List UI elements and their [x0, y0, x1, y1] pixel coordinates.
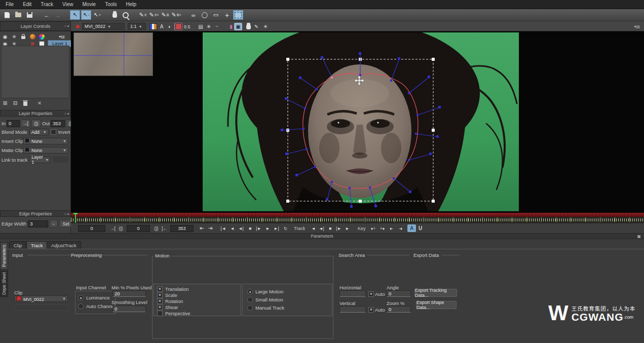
shear-checkbox[interactable]: ×: [157, 304, 163, 310]
side-tab-dope-sheet[interactable]: Dope Sheet: [0, 271, 8, 297]
undo-button[interactable]: ←: [42, 10, 52, 20]
resize-icon[interactable]: ✕: [35, 99, 44, 106]
loop-button[interactable]: ↻: [281, 224, 290, 232]
zoom-tool-button[interactable]: [121, 10, 131, 20]
alpha-channel-button[interactable]: A: [158, 23, 166, 30]
translation-row[interactable]: × Translation: [157, 286, 189, 292]
large-motion-radio[interactable]: ●: [247, 289, 253, 294]
panel-expand-icon[interactable]: ▣: [637, 234, 641, 239]
matte-clip-dropdown[interactable]: None▼: [23, 147, 68, 154]
close-icon[interactable]: ×: [67, 24, 69, 28]
blend-mode-dropdown[interactable]: Add▼: [29, 129, 49, 135]
tab-clip[interactable]: Clip: [9, 241, 26, 249]
vertical-field[interactable]: [339, 306, 366, 313]
add-shape-tool-button[interactable]: +: [222, 10, 232, 20]
side-tab-parameters[interactable]: Parameters: [0, 242, 8, 270]
trace-button[interactable]: [244, 23, 252, 30]
menu-track[interactable]: Track: [36, 2, 58, 7]
create-bspline-tool-button[interactable]: ✎B: [160, 10, 170, 20]
scale-row[interactable]: × Scale: [157, 292, 177, 298]
panel-menu-icon[interactable]: ▾▤: [634, 24, 640, 29]
track-one-back-button[interactable]: ◄|: [317, 224, 326, 232]
select-tool-button[interactable]: ↖: [70, 10, 80, 20]
zoom-percent-field[interactable]: 0: [387, 306, 411, 313]
auto-channel-radio-row[interactable]: Auto Channel: [78, 303, 116, 309]
clip-selector[interactable]: MVI_0022 ▼: [82, 23, 125, 30]
manual-track-row[interactable]: Manual Track: [247, 305, 284, 311]
play-backward-button[interactable]: ◄: [228, 224, 237, 232]
overlay-color-button[interactable]: [174, 23, 182, 30]
pin-icon[interactable]: ▫: [64, 212, 66, 216]
stop-button[interactable]: ■: [246, 224, 254, 232]
small-motion-row[interactable]: Small Motion: [247, 297, 283, 302]
zoom-timeline-out-button[interactable]: ⇥: [206, 224, 214, 232]
edge-width-field[interactable]: 3: [28, 220, 48, 227]
zoom-ratio-selector[interactable]: 1:1 ▼: [128, 23, 146, 30]
rotation-row[interactable]: × Rotation: [157, 298, 183, 304]
scale-checkbox[interactable]: ×: [157, 292, 163, 298]
view-layout-button[interactable]: ▤: [197, 23, 205, 30]
small-motion-radio[interactable]: [247, 297, 253, 302]
horizontal-auto-checkbox[interactable]: ×: [368, 291, 374, 297]
annotate-button[interactable]: ✎: [252, 23, 260, 30]
goto-start-button[interactable]: |◄: [219, 224, 228, 232]
step-forward-button[interactable]: |►: [254, 224, 263, 232]
select-both-tool-button[interactable]: ↖▫: [81, 10, 91, 20]
current-frame-field[interactable]: 0: [78, 225, 105, 232]
menu-help[interactable]: Help: [122, 2, 141, 7]
remove-key-button[interactable]: ♦-: [387, 224, 396, 232]
close-icon[interactable]: ×: [67, 212, 69, 216]
open-project-button[interactable]: [13, 10, 23, 20]
parameters-strip[interactable]: Parameters ▣: [0, 233, 644, 239]
add-key-before-button[interactable]: +♦: [378, 224, 387, 232]
trash-icon[interactable]: [21, 99, 29, 106]
pin-icon[interactable]: ▫: [64, 111, 66, 116]
add-xspline-tool-button[interactable]: ✎X+: [149, 10, 159, 20]
track-backwards-button[interactable]: ◄: [309, 224, 318, 232]
rectangle-tool-button[interactable]: ▭: [211, 10, 221, 20]
menu-tools[interactable]: Tools: [100, 2, 121, 7]
goto-in-button[interactable]: (|): [31, 120, 41, 127]
add-key-button[interactable]: ♦+: [369, 224, 377, 232]
track-one-forward-button[interactable]: |►: [334, 224, 343, 232]
menu-file[interactable]: File: [1, 2, 18, 7]
layer-list-area[interactable]: [1, 46, 69, 98]
tab-adjusttrack[interactable]: AdjustTrack: [47, 241, 81, 249]
ellipse-tool-button[interactable]: ◯: [200, 10, 210, 20]
color-blob-icon[interactable]: [28, 33, 36, 40]
zoom-window-button[interactable]: ▣: [234, 23, 242, 30]
in-frame-field[interactable]: 0: [7, 120, 20, 127]
out-point-field[interactable]: 353: [170, 225, 194, 232]
min-pixels-field[interactable]: 20: [112, 290, 146, 297]
new-layer-icon[interactable]: ⊞: [1, 99, 9, 106]
create-xspline-tool-button[interactable]: ✎X: [138, 10, 148, 20]
tab-track[interactable]: Track: [26, 241, 47, 249]
goto-out-point-button[interactable]: (|): [152, 224, 161, 232]
add-bspline-tool-button[interactable]: ✎B+: [171, 10, 181, 20]
track-stop-button[interactable]: ■: [326, 224, 334, 232]
menu-movie[interactable]: Movie: [78, 2, 101, 7]
export-tracking-data-button[interactable]: Export Tracking Data...: [414, 289, 457, 297]
smoothing-level-field[interactable]: 0: [112, 306, 146, 312]
perspective-row[interactable]: Perspective: [157, 311, 191, 316]
translation-checkbox[interactable]: ×: [157, 286, 163, 292]
save-project-button[interactable]: [24, 10, 34, 20]
zoom-timeline-in-button[interactable]: ⇤: [198, 224, 206, 232]
rgb-channels-button[interactable]: [149, 23, 157, 30]
menu-view[interactable]: View: [58, 2, 78, 7]
perspective-checkbox[interactable]: [157, 311, 163, 316]
footage-frame[interactable]: [203, 32, 519, 211]
set-in-point-button[interactable]: →[: [108, 224, 117, 232]
timeline-ruler[interactable]: [71, 217, 644, 223]
clip-dropdown[interactable]: MVI_0022 ▼: [14, 295, 68, 302]
add-point-tool-button[interactable]: ↖+: [92, 10, 102, 20]
pan-tool-button[interactable]: [109, 10, 120, 20]
overlay-opacity-value[interactable]: 0.5: [184, 24, 191, 29]
shear-row[interactable]: × Shear: [157, 304, 178, 310]
contrast-view-button[interactable]: ◐: [166, 23, 174, 30]
large-motion-row[interactable]: ● Large Motion: [247, 289, 283, 294]
horizontal-field[interactable]: [339, 290, 366, 297]
marquee-zoom-tool-button[interactable]: [233, 10, 243, 20]
close-icon[interactable]: ×: [67, 111, 69, 116]
autokey-toggle[interactable]: A: [407, 224, 416, 232]
